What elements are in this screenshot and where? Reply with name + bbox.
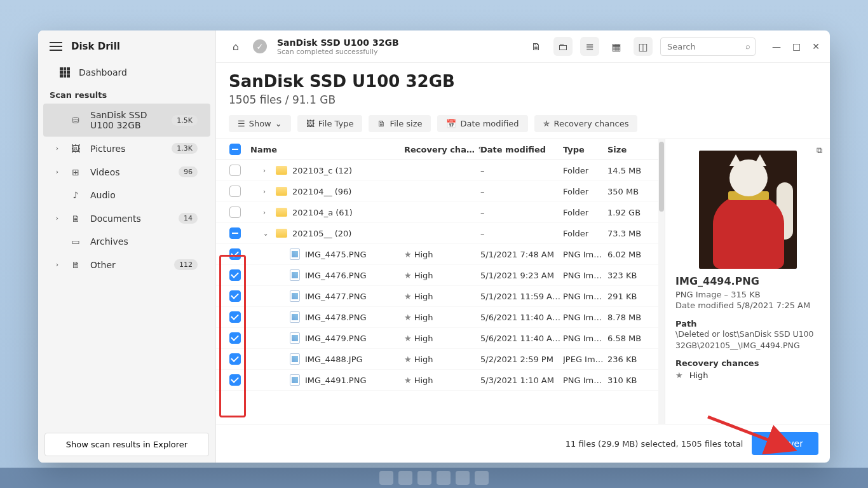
cell-date: 5/6/2021 11:40 A… <box>480 334 563 343</box>
table-row[interactable]: ›202104__ (96)–Folder350 MB <box>216 181 658 202</box>
row-checkbox[interactable] <box>229 374 241 386</box>
sidebar-heading: Scan results <box>38 84 215 104</box>
preview-date: Date modified 5/8/2021 7:25 AM <box>675 301 820 310</box>
home-icon[interactable]: ⌂ <box>226 37 245 56</box>
col-name[interactable]: Name <box>248 145 404 154</box>
table-row[interactable]: ›202103_c (12)–Folder14.5 MB <box>216 160 658 181</box>
cell-date: 5/3/2021 1:10 AM <box>480 376 563 385</box>
dashboard-icon <box>60 67 70 78</box>
col-recovery[interactable]: Recovery cha… ↑ <box>404 145 480 154</box>
search-box[interactable]: ⌕ <box>660 37 756 56</box>
col-date[interactable]: Date modified <box>480 145 563 154</box>
file-name: IMG_4491.PNG <box>305 376 366 385</box>
panel-view-icon[interactable]: ◫ <box>634 37 653 56</box>
close-button[interactable]: ✕ <box>812 41 820 51</box>
cell-recovery: ★High <box>404 376 480 385</box>
hamburger-icon[interactable] <box>50 42 62 51</box>
chevron-down-icon: ⌄ <box>275 119 282 128</box>
sidebar-dashboard[interactable]: Dashboard <box>43 61 210 84</box>
select-all-checkbox[interactable] <box>229 144 241 155</box>
sidebar-item-archive[interactable]: ▭Archives <box>43 230 210 253</box>
open-external-icon[interactable]: ⧉ <box>817 146 822 156</box>
cell-recovery: ★High <box>404 250 480 259</box>
sidebar-item-doc[interactable]: ›🗎Documents14 <box>43 207 210 230</box>
row-checkbox[interactable] <box>229 353 241 365</box>
count-badge: 1.5K <box>172 115 198 126</box>
table-row[interactable]: ⌄202105__ (20)–Folder73.3 MB <box>216 223 658 244</box>
table-row[interactable]: IMG_4476.PNG★High5/1/2021 9:23 AMPNG Im…… <box>216 265 658 286</box>
cell-size: 6.58 MB <box>607 334 652 343</box>
table-row[interactable]: IMG_4478.PNG★High5/6/2021 11:40 A…PNG Im… <box>216 307 658 328</box>
sidebar-item-video[interactable]: ›⊞Videos96 <box>43 160 210 184</box>
row-checkbox[interactable] <box>229 186 241 197</box>
sidebar-item-other[interactable]: ›🗎Other112 <box>43 253 210 276</box>
table-row[interactable]: IMG_4488.JPG★High5/2/2021 2:59 PMJPEG Im… <box>216 349 658 370</box>
col-type[interactable]: Type <box>563 145 607 154</box>
col-size[interactable]: Size <box>607 145 652 154</box>
recover-button[interactable]: Recover <box>752 432 818 455</box>
show-filter[interactable]: ☰ Show ⌄ <box>229 115 291 132</box>
chevron-icon: › <box>53 261 61 269</box>
table-row[interactable]: IMG_4475.PNG★High5/1/2021 7:48 AMPNG Im…… <box>216 244 658 265</box>
file-size-filter[interactable]: 🗎 File size <box>369 115 431 132</box>
cell-type: Folder <box>563 166 607 175</box>
other-icon: 🗎 <box>70 260 81 270</box>
header: SanDisk SSD U100 32GB 1505 files / 91.1 … <box>216 63 830 139</box>
file-icon <box>290 248 300 260</box>
show-in-explorer-button[interactable]: Show scan results in Explorer <box>44 433 209 456</box>
folder-icon <box>276 187 287 196</box>
cell-type: Folder <box>563 229 607 238</box>
file-view-icon[interactable]: 🗎 <box>527 37 546 56</box>
search-input[interactable] <box>660 37 756 56</box>
taskbar <box>0 468 868 488</box>
row-checkbox[interactable] <box>229 227 241 239</box>
sidebar-item-label: Pictures <box>90 144 163 154</box>
crumb-title: SanDisk SSD U100 32GB <box>277 37 399 48</box>
row-checkbox[interactable] <box>229 311 241 323</box>
table-row[interactable]: IMG_4491.PNG★High5/3/2021 1:10 AMPNG Im…… <box>216 370 658 391</box>
file-type-filter[interactable]: 🖼 File Type <box>297 115 363 132</box>
folder-view-icon[interactable]: 🗀 <box>553 37 573 56</box>
row-checkbox[interactable] <box>229 248 241 260</box>
table-row[interactable]: IMG_4477.PNG★High5/1/2021 11:59 A…PNG Im… <box>216 286 658 307</box>
cell-date: – <box>480 208 563 217</box>
cell-size: 14.5 MB <box>607 166 652 175</box>
maximize-button[interactable]: □ <box>792 41 801 51</box>
chevron-icon[interactable]: › <box>263 188 271 195</box>
row-checkbox[interactable] <box>229 165 241 176</box>
sidebar-item-label: Videos <box>90 167 170 177</box>
page-title: SanDisk SSD U100 32GB <box>229 72 817 91</box>
table-row[interactable]: IMG_4479.PNG★High5/6/2021 11:40 A…PNG Im… <box>216 328 658 349</box>
list-view-icon[interactable]: ≣ <box>580 37 599 56</box>
chevron-icon[interactable]: › <box>263 209 271 216</box>
scrollbar[interactable] <box>658 139 665 424</box>
file-icon <box>290 311 300 323</box>
star-icon: ★ <box>404 334 412 343</box>
date-modified-filter[interactable]: 📅 Date modified <box>437 115 527 132</box>
grid-view-icon[interactable]: ▦ <box>607 37 626 56</box>
sidebar-item-image[interactable]: ›🖼Pictures1.3K <box>43 137 210 160</box>
file-icon <box>290 269 300 281</box>
chevron-icon[interactable]: › <box>263 167 271 174</box>
sidebar-item-drive[interactable]: ⛁SanDisk SSD U100 32GB1.5K <box>43 104 210 137</box>
count-badge: 1.3K <box>172 143 198 154</box>
chevron-icon[interactable]: ⌄ <box>263 230 271 237</box>
row-checkbox[interactable] <box>229 269 241 281</box>
dashboard-label: Dashboard <box>79 67 127 78</box>
sidebar-item-label: SanDisk SSD U100 32GB <box>90 110 163 130</box>
sidebar: Disk Drill Dashboard Scan results ⛁SanDi… <box>38 30 216 463</box>
recovery-chances-filter[interactable]: ✯ Recovery chances <box>534 115 638 132</box>
sidebar-item-audio[interactable]: ♪Audio <box>43 184 210 207</box>
cell-type: PNG Im… <box>563 250 607 259</box>
row-checkbox[interactable] <box>229 290 241 302</box>
cell-size: 310 KB <box>607 376 652 385</box>
count-badge: 96 <box>179 166 198 177</box>
table-row[interactable]: ›202104_a (61)–Folder1.92 GB <box>216 202 658 223</box>
row-checkbox[interactable] <box>229 332 241 344</box>
sidebar-item-label: Audio <box>90 190 198 200</box>
cell-size: 323 KB <box>607 271 652 280</box>
minimize-button[interactable]: — <box>772 41 781 51</box>
preview-meta: PNG Image – 315 KB <box>675 290 820 299</box>
row-checkbox[interactable] <box>229 207 241 218</box>
preview-panel: ⧉ IMG_4494.PNG PNG Image – 315 KB Date m… <box>665 139 830 424</box>
